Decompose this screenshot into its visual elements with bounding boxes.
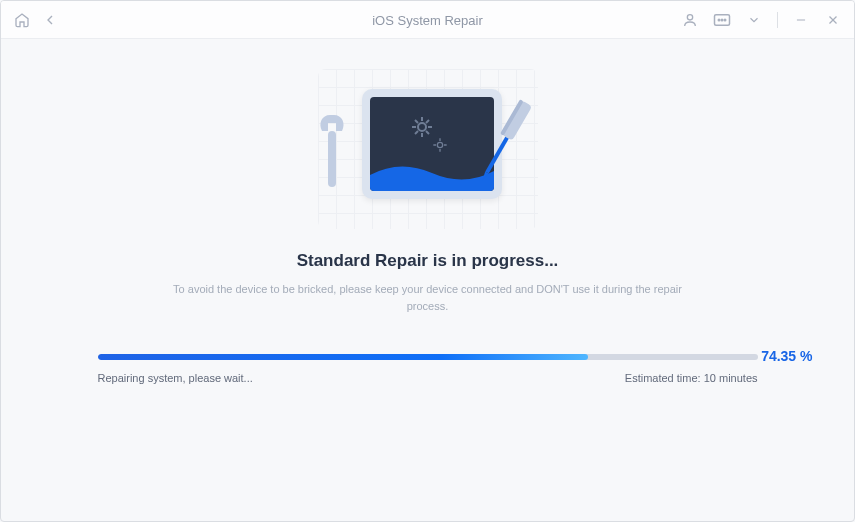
chevron-down-icon[interactable] [745,11,763,29]
repair-illustration [318,69,538,229]
home-icon[interactable] [13,11,31,29]
svg-point-2 [718,19,720,21]
svg-point-4 [724,19,726,21]
progress-status-text: Repairing system, please wait... [98,372,253,384]
minimize-button[interactable] [792,11,810,29]
progress-estimated-time: Estimated time: 10 minutes [625,372,758,384]
progress-subtext: To avoid the device to be bricked, pleas… [158,281,698,314]
feedback-icon[interactable] [713,11,731,29]
main-content: Standard Repair is in progress... To avo… [1,39,854,384]
svg-line-17 [426,120,429,123]
svg-line-15 [426,131,429,134]
svg-rect-8 [328,131,336,187]
svg-point-3 [721,19,723,21]
user-icon[interactable] [681,11,699,29]
svg-marker-26 [480,171,488,182]
back-icon[interactable] [41,11,59,29]
titlebar-divider [777,12,778,28]
progress-percent: 74.35 % [761,348,812,364]
svg-line-14 [415,120,418,123]
progress-bar [98,354,758,360]
window-title: iOS System Repair [372,13,483,28]
progress-bar-fill [98,354,589,360]
wrench-icon [312,109,362,203]
close-button[interactable] [824,11,842,29]
svg-line-16 [415,131,418,134]
svg-rect-25 [485,137,508,174]
progress-heading: Standard Repair is in progress... [1,251,854,271]
gear-icon [410,115,434,143]
progress-area: 74.35 % Repairing system, please wait...… [98,354,758,384]
svg-point-0 [687,14,692,19]
gear-small-icon [432,137,448,157]
svg-point-18 [437,142,442,147]
screwdriver-icon [474,93,534,197]
svg-point-9 [418,123,426,131]
